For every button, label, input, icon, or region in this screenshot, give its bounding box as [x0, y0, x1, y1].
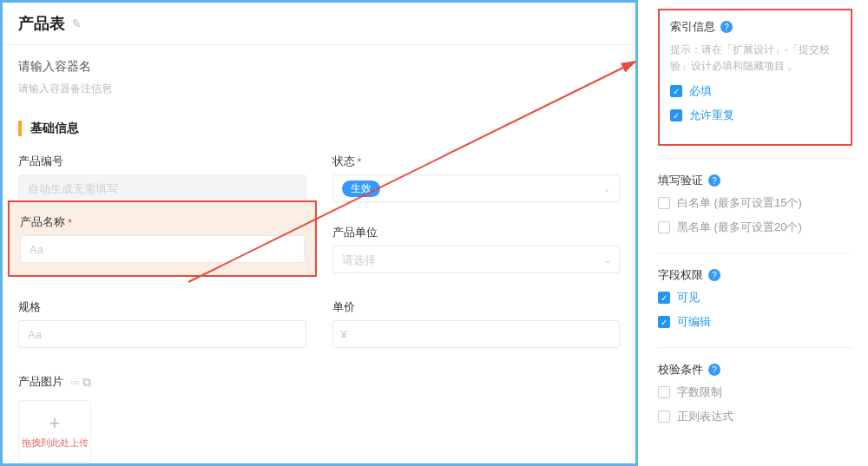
label-editable: 可编辑 — [677, 314, 711, 330]
field-perm-title: 字段权限 — [658, 267, 703, 283]
checkbox-blacklist-row[interactable]: 黑名单 (最多可设置20个) — [658, 220, 852, 235]
index-info-title: 索引信息 — [670, 19, 715, 35]
checkbox-allow-repeat-row[interactable]: ✓ 允许重复 — [670, 108, 840, 123]
input-product-name[interactable] — [20, 235, 305, 263]
currency-symbol: ¥ — [341, 328, 347, 341]
checkbox-whitelist[interactable] — [658, 197, 670, 209]
checkbox-required-row[interactable]: ✓ 必填 — [670, 83, 840, 99]
label-price: 单价 — [332, 299, 621, 315]
label-status: 状态* — [332, 154, 621, 169]
field-product-unit[interactable]: 产品单位 ⌄ — [332, 213, 621, 277]
plus-icon: + — [49, 414, 61, 433]
form-header: 产品表 ✎ — [3, 3, 635, 45]
section-validation-rule: 校验条件 ? 字数限制 正则表达式 — [658, 347, 852, 438]
checkbox-char-limit[interactable] — [658, 386, 670, 398]
label-product-code: 产品编号 — [18, 154, 306, 169]
field-product-code[interactable]: 产品编号 — [18, 154, 306, 202]
label-product-name: 产品名称* — [20, 214, 305, 230]
field-grid: 产品编号 状态* 生效 ⌄ 产品名称* 产品单位 — [18, 154, 620, 348]
help-icon[interactable]: ? — [708, 364, 720, 376]
label-blacklist: 黑名单 (最多可设置20个) — [677, 220, 802, 235]
label-spec: 规格 — [18, 299, 306, 315]
input-spec[interactable] — [18, 320, 306, 348]
form-body: 请输入容器名 请输入容器备注信息 基础信息 产品编号 状态* 生效 ⌄ 产品名称… — [3, 45, 635, 463]
form-title: 产品表 — [18, 13, 65, 34]
checkbox-regex-row[interactable]: 正则表达式 — [658, 409, 852, 424]
input-product-code — [18, 174, 306, 202]
checkbox-blacklist[interactable] — [658, 221, 670, 233]
select-product-unit[interactable] — [332, 246, 621, 273]
select-status[interactable]: 生效 ⌄ — [332, 174, 621, 202]
index-info-hint: 提示：请在「扩展设计」-「提交校验」设计必填和隐藏项目 。 — [670, 42, 840, 75]
field-spec[interactable]: 规格 — [18, 287, 306, 348]
container-remark-prompt[interactable]: 请输入容器备注信息 — [18, 82, 620, 96]
field-product-name-highlight: 产品名称* — [8, 200, 317, 277]
section-index-info: 索引信息 ? 提示：请在「扩展设计」-「提交校验」设计必填和隐藏项目 。 ✓ 必… — [658, 9, 852, 146]
label-regex: 正则表达式 — [677, 409, 733, 424]
fill-validate-title: 填写验证 — [658, 173, 703, 188]
section-title: 基础信息 — [18, 121, 620, 136]
checkbox-editable-row[interactable]: ✓ 可编辑 — [658, 314, 852, 330]
checkbox-allow-repeat[interactable]: ✓ — [670, 109, 682, 121]
container-name-prompt[interactable]: 请输入容器名 — [18, 59, 620, 75]
copy-icon[interactable]: ⧉ — [82, 375, 91, 390]
validation-rule-title: 校验条件 — [658, 362, 703, 377]
chevron-down-icon: ⌄ — [603, 184, 610, 194]
help-icon[interactable]: ? — [708, 269, 720, 281]
field-price[interactable]: 单价 ¥ — [332, 287, 621, 348]
section-field-perm: 字段权限 ? ✓ 可见 ✓ 可编辑 — [658, 253, 852, 344]
label-product-image: 产品图片 — [18, 374, 63, 390]
label-char-limit: 字数限制 — [677, 384, 722, 400]
field-product-image[interactable]: 产品图片 ▫▫ ⧉ + 拖拽到此处上传 — [18, 374, 620, 463]
label-required: 必填 — [689, 83, 712, 99]
input-price[interactable] — [332, 320, 621, 348]
label-product-unit: 产品单位 — [332, 225, 621, 240]
checkbox-required[interactable]: ✓ — [670, 85, 682, 97]
help-icon[interactable]: ? — [708, 174, 720, 187]
upload-hint: 拖拽到此处上传 — [22, 436, 89, 450]
field-product-name[interactable]: 产品名称* — [18, 213, 306, 277]
checkbox-regex[interactable] — [658, 410, 670, 423]
checkbox-visible[interactable]: ✓ — [658, 292, 670, 304]
form-builder-canvas: 产品表 ✎ 请输入容器名 请输入容器备注信息 基础信息 产品编号 状态* 生效 … — [0, 0, 638, 466]
upload-dropzone[interactable]: + 拖拽到此处上传 — [18, 400, 91, 463]
field-status[interactable]: 状态* 生效 ⌄ — [332, 154, 621, 202]
label-visible: 可见 — [677, 290, 700, 305]
property-panel: 索引信息 ? 提示：请在「扩展设计」-「提交校验」设计必填和隐藏项目 。 ✓ 必… — [642, 0, 868, 466]
checkbox-whitelist-row[interactable]: 白名单 (最多可设置15个) — [658, 195, 852, 211]
edit-title-icon[interactable]: ✎ — [70, 16, 81, 30]
label-allow-repeat: 允许重复 — [689, 108, 734, 123]
status-pill: 生效 — [342, 180, 380, 197]
checkbox-editable[interactable]: ✓ — [658, 316, 670, 328]
checkbox-visible-row[interactable]: ✓ 可见 — [658, 290, 852, 305]
help-icon[interactable]: ? — [720, 21, 733, 33]
grid-icon: ▫▫ — [70, 375, 79, 389]
label-whitelist: 白名单 (最多可设置15个) — [677, 195, 802, 211]
section-fill-validate: 填写验证 ? 白名单 (最多可设置15个) 黑名单 (最多可设置20个) — [658, 158, 852, 249]
checkbox-char-limit-row[interactable]: 字数限制 — [658, 384, 852, 400]
